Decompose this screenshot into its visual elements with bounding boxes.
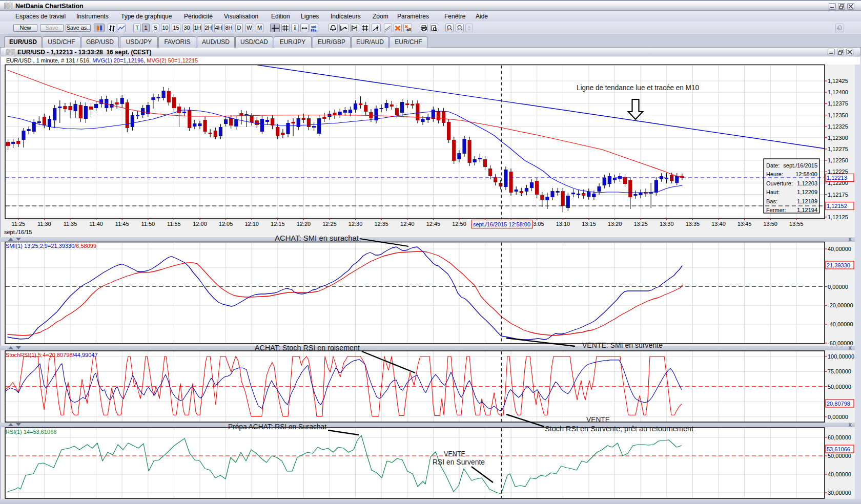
svg-text:12:25: 12:25 (322, 221, 337, 227)
svg-text:13:10: 13:10 (556, 221, 570, 227)
svg-text:13:40: 13:40 (711, 221, 726, 227)
svg-text:12:10: 12:10 (244, 221, 259, 227)
svg-text:RSI(1) 14=53,61066: RSI(1) 14=53,61066 (6, 429, 56, 435)
svg-text:75,00000: 75,00000 (828, 368, 851, 374)
svg-text:sept./16/2015 12:58:00: sept./16/2015 12:58:00 (473, 221, 530, 227)
svg-text:60,00000: 60,00000 (828, 434, 851, 440)
svg-text:11:55: 11:55 (167, 221, 181, 227)
svg-text:12:50: 12:50 (452, 221, 466, 227)
svg-text:21,39330: 21,39330 (827, 262, 850, 268)
svg-text:40,00000: 40,00000 (828, 471, 851, 477)
svg-text:Fermer:: Fermer: (766, 207, 786, 213)
svg-text:sept./16/2015: sept./16/2015 (783, 162, 817, 169)
svg-text:53,61066: 53,61066 (827, 446, 850, 452)
svg-text:SMI(1) 13;25;2;9=21,39330/6,58: SMI(1) 13;25;2;9=21,39330/6,58099 (6, 243, 96, 249)
svg-text:1,12375: 1,12375 (828, 100, 848, 107)
svg-text:30,00000: 30,00000 (828, 490, 851, 496)
svg-text:13:45: 13:45 (737, 221, 752, 227)
svg-text:Stoch RSI en Survente, prêt au: Stoch RSI en Survente, prêt au retournem… (545, 424, 694, 433)
svg-text:12:00: 12:00 (193, 221, 207, 227)
svg-text:11:35: 11:35 (64, 221, 77, 227)
svg-text:1,12275: 1,12275 (828, 146, 848, 152)
svg-text:13:15: 13:15 (582, 221, 596, 227)
svg-text:12:58:00: 12:58:00 (795, 171, 817, 177)
svg-text:13:55: 13:55 (789, 221, 804, 227)
svg-text:13:25: 13:25 (633, 221, 648, 227)
svg-text:1,12152: 1,12152 (827, 203, 847, 209)
svg-text:Ouverture:: Ouverture: (766, 180, 793, 186)
svg-text:1,12203: 1,12203 (797, 180, 817, 186)
svg-text:1,12209: 1,12209 (797, 189, 817, 195)
svg-text:1,12400: 1,12400 (828, 89, 848, 95)
svg-text:11:30: 11:30 (37, 221, 51, 227)
svg-text:1,12189: 1,12189 (797, 198, 817, 204)
svg-text:1,12350: 1,12350 (828, 112, 848, 118)
svg-text:Ligne de tendance lue et tracé: Ligne de tendance lue et tracée en M10 (577, 83, 699, 92)
svg-text:Haut:: Haut: (766, 189, 780, 195)
svg-text:11:45: 11:45 (115, 221, 129, 227)
svg-text:1,12425: 1,12425 (828, 78, 848, 84)
svg-text:0,00000: 0,00000 (828, 284, 848, 290)
svg-text:Heure:: Heure: (766, 171, 783, 177)
svg-text:13:30: 13:30 (660, 221, 674, 227)
svg-text:all: all (406, 27, 411, 32)
svg-text:StochRSI(1) 5;4=20,80798/44,99: StochRSI(1) 5;4=20,80798/44,99047 (6, 352, 98, 358)
svg-text:RSI en Survente: RSI en Survente (433, 457, 485, 466)
svg-text:0,00000: 0,00000 (828, 414, 848, 420)
svg-text:13:20: 13:20 (608, 221, 622, 227)
svg-text:40,00000: 40,00000 (828, 246, 851, 252)
svg-text:VENTE: VENTE (444, 449, 465, 458)
svg-text:Bas:: Bas: (766, 198, 777, 204)
svg-text:1,12175: 1,12175 (828, 192, 848, 198)
svg-text:Prépa ACHAT: RSI en Surachat: Prépa ACHAT: RSI en Surachat (228, 422, 327, 431)
svg-text:EUR/USD , 1 minute, # 131 / 51: EUR/USD , 1 minute, # 131 / 516, MVG(1) … (6, 57, 198, 64)
svg-text:-20,00000: -20,00000 (828, 302, 853, 308)
svg-text:100,00000: 100,00000 (828, 353, 854, 360)
svg-text:50,00000: 50,00000 (828, 384, 851, 390)
svg-text:-60,00000: -60,00000 (828, 340, 853, 346)
svg-text:12:30: 12:30 (348, 221, 363, 227)
svg-text:ACHAT: Stoch RSI en roisement: ACHAT: Stoch RSI en roisement (255, 343, 360, 352)
svg-text:12:45: 12:45 (426, 221, 441, 227)
svg-text:12:40: 12:40 (400, 221, 415, 227)
svg-text:12:05: 12:05 (219, 221, 233, 227)
svg-text:11:40: 11:40 (89, 221, 103, 227)
svg-text:13:35: 13:35 (686, 221, 700, 227)
svg-text:Date:: Date: (766, 162, 780, 169)
svg-text:1,12300: 1,12300 (828, 135, 848, 141)
svg-text:11:50: 11:50 (141, 221, 155, 227)
svg-text:11:25: 11:25 (11, 221, 25, 227)
svg-text:-40,00000: -40,00000 (828, 321, 853, 327)
svg-text:ACHAT: SMI en surachat: ACHAT: SMI en surachat (275, 234, 359, 242)
svg-text:VENTE: SMI en survente: VENTE: SMI en survente (582, 341, 663, 349)
svg-text:12:20: 12:20 (297, 221, 311, 227)
svg-text:50,00000: 50,00000 (828, 453, 851, 459)
svg-text:1,12325: 1,12325 (828, 123, 848, 130)
svg-text:13:50: 13:50 (763, 221, 777, 227)
svg-text:1,12213: 1,12213 (827, 175, 847, 181)
svg-text:20,80798: 20,80798 (827, 401, 850, 407)
svg-text:1,12125: 1,12125 (828, 214, 848, 220)
svg-text:12:15: 12:15 (271, 221, 285, 227)
svg-text:12:35: 12:35 (374, 221, 388, 227)
svg-text:1,12194: 1,12194 (797, 207, 817, 213)
svg-text:VENTE: VENTE (586, 415, 610, 424)
svg-text:sept./16/15: sept./16/15 (4, 229, 32, 235)
svg-text:1,12250: 1,12250 (828, 157, 848, 163)
svg-text:vol: vol (311, 25, 316, 29)
